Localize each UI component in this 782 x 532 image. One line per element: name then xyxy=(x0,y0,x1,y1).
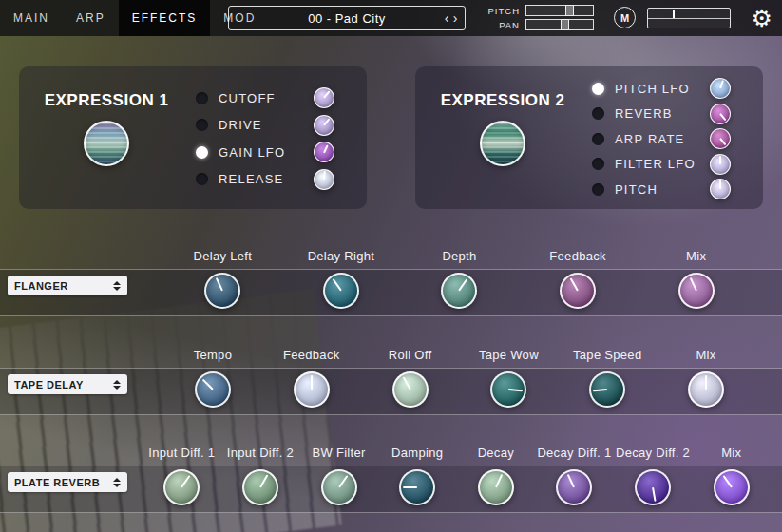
pan-slider-handle[interactable] xyxy=(561,19,569,30)
knob-gain-lfo[interactable] xyxy=(314,142,334,162)
knob-filter-lfo[interactable] xyxy=(710,154,731,175)
knob-delay-left[interactable] xyxy=(204,273,240,309)
preset-arrows: ‹ › xyxy=(445,7,458,29)
preset-selector[interactable]: 00 - Pad City ‹ › xyxy=(228,6,466,30)
option-label: CUTOFF xyxy=(219,91,276,105)
knob-drive[interactable] xyxy=(314,115,334,136)
option-label: RELEASE xyxy=(219,172,283,186)
knob-bw-filter[interactable] xyxy=(321,469,357,505)
preset-prev-icon[interactable]: ‹ xyxy=(445,10,449,26)
knob-feedback[interactable] xyxy=(560,273,596,309)
pan-slider[interactable] xyxy=(525,19,594,30)
knob-arp-rate[interactable] xyxy=(710,128,731,149)
knob-reverb[interactable] xyxy=(710,104,731,124)
knob-mix[interactable] xyxy=(678,273,715,309)
knob-needle xyxy=(323,91,330,99)
knob-feedback[interactable] xyxy=(294,371,330,408)
knob-cell-tempo: Tempo xyxy=(163,347,262,408)
radio-cutoff[interactable] xyxy=(196,92,208,104)
expression-option-reverb[interactable]: REVERB xyxy=(592,104,731,124)
expression-option-arp-rate[interactable]: ARP RATE xyxy=(592,128,731,149)
expression-option-drive[interactable]: DRIVE xyxy=(196,115,334,136)
knob-cutoff[interactable] xyxy=(314,87,334,108)
knob-decay-diff-2[interactable] xyxy=(635,469,671,505)
expression-option-pitch-lfo[interactable]: PITCH LFO xyxy=(592,78,731,99)
knob-label: Depth xyxy=(442,248,476,265)
knob-label: Feedback xyxy=(283,347,340,364)
tab-effects[interactable]: EFFECTS xyxy=(119,0,211,36)
updown-arrows-icon xyxy=(113,478,121,487)
knob-cell-feedback: Feedback xyxy=(262,347,361,408)
knob-tape-wow[interactable] xyxy=(490,371,526,408)
effect-slot-2: TAPE DELAY TempoFeedbackRoll OffTape Wow… xyxy=(0,347,782,438)
effect-2-name: TAPE DELAY xyxy=(14,379,84,390)
knob-cell-mix: Mix xyxy=(692,445,771,505)
effect-3-knob-row: Input Diff. 1Input Diff. 2BW FilterDampi… xyxy=(143,445,771,505)
radio-reverb[interactable] xyxy=(592,107,604,120)
radio-gain-lfo[interactable] xyxy=(196,146,208,159)
knob-decay-diff-1[interactable] xyxy=(556,469,592,505)
knob-roll-off[interactable] xyxy=(392,371,429,408)
settings-gear-icon[interactable]: ⚙ xyxy=(752,2,772,34)
expression-option-release[interactable]: RELEASE xyxy=(196,169,334,190)
knob-label: Tempo xyxy=(194,347,233,364)
expression-1-knob[interactable] xyxy=(84,121,129,166)
radio-pitch[interactable] xyxy=(592,183,604,196)
expression-2-knob[interactable] xyxy=(480,121,525,166)
updown-arrows-icon xyxy=(113,281,121,291)
pitch-slider-handle[interactable] xyxy=(565,5,574,16)
knob-decay[interactable] xyxy=(478,469,514,505)
knob-cell-depth: Depth xyxy=(400,248,519,309)
effect-slot-1: FLANGER Delay LeftDelay RightDepthFeedba… xyxy=(0,248,782,339)
preset-next-icon[interactable]: › xyxy=(453,10,458,26)
mono-button[interactable]: M xyxy=(614,7,636,28)
expression-option-filter-lfo[interactable]: FILTER LFO xyxy=(592,154,731,175)
knob-input-diff-2[interactable] xyxy=(242,469,278,505)
top-bar: MAINARPEFFECTSMOD 00 - Pad City ‹ › PITC… xyxy=(0,0,782,36)
knob-cell-damping: Damping xyxy=(378,445,457,505)
radio-arp-rate[interactable] xyxy=(592,133,604,145)
knob-needle xyxy=(323,171,326,180)
knob-needle xyxy=(652,487,657,502)
radio-pitch-lfo[interactable] xyxy=(592,83,604,95)
expression-1-panel: EXPRESSION 1 CUTOFFDRIVEGAIN LFORELEASE xyxy=(19,66,367,209)
knob-needle xyxy=(719,180,721,189)
option-label: REVERB xyxy=(615,106,673,121)
radio-release[interactable] xyxy=(196,173,208,185)
knob-release[interactable] xyxy=(314,169,334,190)
expression-option-cutoff[interactable]: CUTOFF xyxy=(196,87,334,108)
knob-needle xyxy=(508,389,523,391)
knob-label: Decay xyxy=(478,445,514,462)
pan-label: PAN xyxy=(480,20,520,30)
pitch-slider[interactable] xyxy=(525,5,594,16)
expression-2-title: EXPRESSION 2 xyxy=(441,91,565,110)
effect-3-selector[interactable]: PLATE REVERB xyxy=(8,472,127,492)
meter-tick xyxy=(673,10,675,18)
knob-needle xyxy=(403,486,417,488)
knob-delay-right[interactable] xyxy=(323,273,359,309)
option-label: FILTER LFO xyxy=(615,157,696,171)
expression-option-pitch[interactable]: PITCH xyxy=(592,179,731,200)
knob-depth[interactable] xyxy=(441,273,477,309)
knob-input-diff-1[interactable] xyxy=(163,469,200,505)
knob-needle xyxy=(323,118,330,125)
knob-needle xyxy=(311,375,313,390)
knob-pitch[interactable] xyxy=(710,179,731,200)
knob-cell-mix: Mix xyxy=(657,347,755,408)
tab-arp[interactable]: ARP xyxy=(63,0,119,36)
effect-1-knob-row: Delay LeftDelay RightDepthFeedbackMix xyxy=(163,248,755,309)
knob-label: Mix xyxy=(686,248,706,265)
tab-main[interactable]: MAIN xyxy=(0,0,63,36)
effect-2-selector[interactable]: TAPE DELAY xyxy=(8,374,127,394)
knob-pitch-lfo[interactable] xyxy=(710,78,731,99)
knob-mix[interactable] xyxy=(688,371,724,408)
knob-mix[interactable] xyxy=(714,469,750,505)
knob-tempo[interactable] xyxy=(195,371,231,408)
knob-needle xyxy=(705,375,707,390)
radio-filter-lfo[interactable] xyxy=(592,158,604,170)
expression-option-gain-lfo[interactable]: GAIN LFO xyxy=(196,142,334,162)
knob-damping[interactable] xyxy=(399,469,435,505)
knob-tape-speed[interactable] xyxy=(589,371,625,408)
effect-1-selector[interactable]: FLANGER xyxy=(8,276,127,295)
radio-drive[interactable] xyxy=(196,119,208,131)
